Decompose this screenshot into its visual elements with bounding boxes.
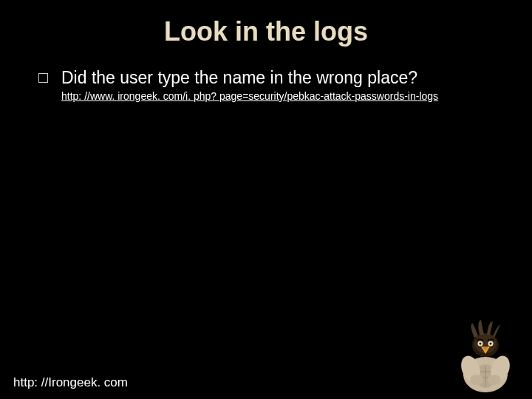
reference-link[interactable]: http: //www. irongeek. com/i. php? page=… — [61, 90, 502, 102]
bullet-text: Did the user type the name in the wrong … — [61, 68, 417, 89]
svg-point-13 — [480, 343, 482, 345]
svg-point-14 — [490, 343, 492, 345]
footer-url: http: //Irongeek. com — [13, 375, 128, 390]
svg-point-8 — [488, 375, 501, 385]
bullet-item: Did the user type the name in the wrong … — [38, 68, 502, 89]
mascot-image — [449, 317, 519, 395]
slide-body: Did the user type the name in the wrong … — [0, 47, 532, 102]
svg-point-7 — [470, 375, 483, 385]
slide-title: Look in the logs — [0, 0, 532, 47]
square-bullet-icon — [38, 73, 48, 83]
